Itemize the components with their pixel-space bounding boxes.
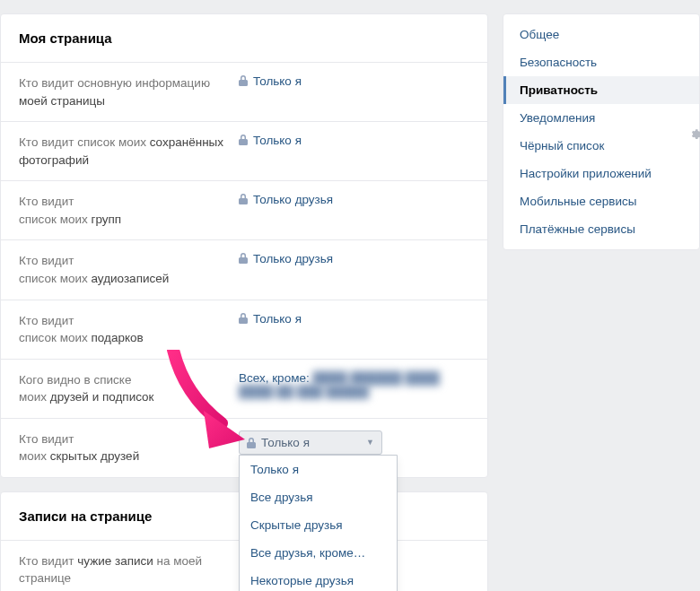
- dropdown-item[interactable]: Все друзья, кроме…: [240, 539, 397, 567]
- my-page-title: Моя страница: [1, 14, 487, 62]
- lock-icon: [247, 438, 256, 448]
- row-label: Кто видит основную информацию моей стран…: [19, 74, 239, 109]
- row-hidden-friends: Кто видитмоих скрытых друзей Только я ▼: [1, 418, 487, 477]
- row-label: Кого видно в спискемоих друзей и подписо…: [19, 371, 239, 406]
- settings-sidebar: Общее Безопасность Приватность Уведомлен…: [503, 13, 700, 250]
- gear-icon[interactable]: [689, 128, 700, 141]
- row-value[interactable]: Только я: [239, 74, 469, 109]
- lock-icon: [239, 194, 248, 204]
- sidebar-item-notifications[interactable]: Уведомления: [503, 104, 699, 132]
- row-saved-photos: Кто видит список моих сохранённых фотогр…: [1, 121, 487, 180]
- row-value[interactable]: Только я: [239, 134, 469, 169]
- row-label: Кто видитмоих скрытых друзей: [19, 430, 239, 465]
- dropdown-item[interactable]: Все друзья: [240, 483, 397, 511]
- privacy-select: Только я ▼ Только я Все друзья Скрытые д…: [239, 430, 382, 455]
- lock-icon: [239, 253, 248, 264]
- row-label: Кто видитсписок моих подарков: [19, 312, 239, 347]
- dropdown-item[interactable]: Скрытые друзья: [240, 511, 397, 539]
- my-page-card: Моя страница Кто видит основную информац…: [0, 13, 488, 478]
- sidebar-item-mobile[interactable]: Мобильные сервисы: [503, 187, 699, 215]
- chevron-down-icon: ▼: [366, 438, 374, 447]
- row-value[interactable]: Всех, кроме: ████ ██████ ████ ████ ██ ██…: [239, 371, 469, 406]
- sidebar-item-general[interactable]: Общее: [503, 21, 699, 48]
- sidebar-item-blocklist[interactable]: Чёрный список: [503, 132, 699, 160]
- privacy-dropdown: Только я Все друзья Скрытые друзья Все д…: [239, 455, 398, 591]
- sidebar-item-security[interactable]: Безопасность: [503, 48, 699, 76]
- row-label: Кто видит чужие записи на моей странице: [19, 552, 239, 587]
- row-audio: Кто видитсписок моих аудиозаписей Только…: [1, 239, 487, 299]
- lock-icon: [239, 75, 248, 86]
- select-current[interactable]: Только я ▼: [239, 430, 382, 455]
- row-value[interactable]: Только друзья: [239, 252, 469, 287]
- row-basic-info: Кто видит основную информацию моей стран…: [1, 62, 487, 121]
- dropdown-item[interactable]: Только я: [240, 456, 397, 483]
- row-value[interactable]: Только друзья: [239, 193, 469, 228]
- row-value: Только я ▼ Только я Все друзья Скрытые д…: [239, 430, 469, 465]
- sidebar-item-payments[interactable]: Платёжные сервисы: [503, 215, 699, 243]
- lock-icon: [239, 313, 248, 324]
- sidebar-item-privacy[interactable]: Приватность: [503, 76, 699, 104]
- redacted-names: ████ ██ ███ █████: [239, 385, 369, 398]
- lock-icon: [239, 135, 248, 145]
- row-label: Кто видитсписок моих групп: [19, 193, 239, 228]
- row-label: Кто видит список моих сохранённых фотогр…: [19, 134, 239, 169]
- row-value[interactable]: Только я: [239, 312, 469, 347]
- row-groups: Кто видитсписок моих групп Только друзья: [1, 180, 487, 239]
- sidebar-item-app-settings[interactable]: Настройки приложений: [503, 160, 699, 187]
- row-gifts: Кто видитсписок моих подарков Только я: [1, 300, 487, 359]
- dropdown-item[interactable]: Некоторые друзья: [240, 567, 397, 591]
- row-label: Кто видитсписок моих аудиозаписей: [19, 252, 239, 287]
- redacted-names: ████ ██████ ████: [312, 371, 439, 385]
- row-friends-subs: Кого видно в спискемоих друзей и подписо…: [1, 359, 487, 418]
